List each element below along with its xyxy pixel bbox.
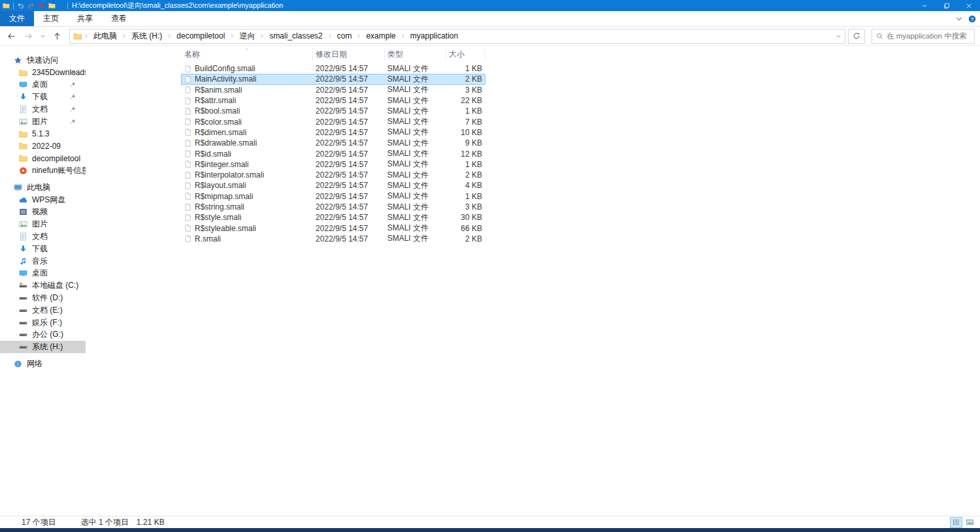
table-row[interactable]: R.smali2022/9/5 14:57SMALI 文件2 KB [181,234,485,244]
table-row[interactable]: R$styleable.smali2022/9/5 14:57SMALI 文件6… [181,223,485,233]
breadcrumb-item[interactable]: myapplication [406,29,463,43]
file-rows: BuildConfig.smali2022/9/5 14:57SMALI 文件1… [181,63,485,244]
file-name-cell: R$color.smali [182,117,313,127]
table-row[interactable]: R$integer.smali2022/9/5 14:57SMALI 文件1 K… [181,159,485,170]
close-button[interactable] [958,0,980,11]
redo-icon[interactable] [27,2,35,9]
sidebar-item-下载[interactable]: 下载 [0,91,86,103]
large-icons-view-button[interactable] [964,517,976,528]
column-header-类型[interactable]: 类型 [385,48,446,61]
sidebar-item-ninefun账号信息[interactable]: ninefun账号信息 [0,164,86,177]
sidebar-item-2345Downloads[interactable]: 2345Downloads [0,67,86,79]
breadcrumb-item[interactable]: 逆向 [235,29,259,43]
search-box[interactable] [872,29,975,44]
table-row[interactable]: R$string.smali2022/9/5 14:57SMALI 文件3 KB [181,202,485,212]
sidebar-item-图片[interactable]: 图片 [0,218,86,230]
sidebar-item-5.1.3[interactable]: 5.1.3 [0,128,86,140]
sidebar-item-label: 下载 [32,91,48,102]
table-row[interactable]: R$attr.smali2022/9/5 14:57SMALI 文件22 KB [181,95,485,106]
table-row[interactable]: R$color.smali2022/9/5 14:57SMALI 文件7 KB [181,116,485,127]
file-name: R$bool.smali [195,106,240,116]
up-button[interactable] [50,29,64,43]
up-arrow-icon [53,32,61,40]
delete-icon[interactable] [38,2,45,9]
sidebar-item-2022-09[interactable]: 2022-09 [0,140,86,153]
recent-locations-button[interactable] [38,29,47,43]
search-input[interactable] [887,32,970,40]
table-row[interactable]: BuildConfig.smali2022/9/5 14:57SMALI 文件1… [181,63,485,74]
file-type-cell: SMALI 文件 [385,148,446,159]
sidebar-item-本地磁盘 (C:)[interactable]: 本地磁盘 (C:) [0,279,86,292]
tab-查看[interactable]: 查看 [102,11,136,26]
table-row[interactable]: R$layout.smali2022/9/5 14:57SMALI 文件4 KB [181,180,485,191]
new-folder-icon[interactable] [48,2,56,9]
file-icon [184,160,191,168]
sidebar-item-娱乐 (F:)[interactable]: 娱乐 (F:) [0,317,86,329]
table-row[interactable]: R$dimen.smali2022/9/5 14:57SMALI 文件10 KB [181,127,485,138]
ribbon-collapse-chevron-icon[interactable] [955,15,963,23]
file-date-cell: 2022/9/5 14:57 [313,234,385,243]
sidebar-item-文档 (E:)[interactable]: 文档 (E:) [0,304,86,317]
breadcrumb-item[interactable]: 此电脑 [89,29,122,43]
breadcrumb-item[interactable]: smali_classes2 [265,29,327,43]
sidebar-item-label: WPS网盘 [32,195,65,206]
table-row[interactable]: MainActivity.smali2022/9/5 14:57SMALI 文件… [181,74,485,84]
column-header-名称[interactable]: 名称 [181,48,313,61]
sidebar-item-音乐[interactable]: 音乐 [0,255,86,268]
breadcrumb-item[interactable]: decompiletool [172,29,229,43]
back-button[interactable] [4,29,18,43]
tab-文件[interactable]: 文件 [0,11,34,26]
sidebar-section-网络[interactable]: 网络 [0,358,86,370]
sidebar-item-图片[interactable]: 图片 [0,116,86,128]
file-icon [184,139,191,148]
sidebar-item-文档[interactable]: 文档 [0,230,86,243]
breadcrumb-item[interactable]: example [361,29,400,43]
refresh-button[interactable] [848,29,865,44]
help-icon[interactable] [968,15,976,23]
file-icon [184,128,191,136]
column-header-大小[interactable]: 大小 [446,48,485,61]
sidebar-item-桌面[interactable]: 桌面 [0,79,86,91]
pin-icon [70,82,76,87]
column-header-修改日期[interactable]: 修改日期 [313,48,385,61]
maximize-button[interactable] [936,0,958,11]
file-type-cell: SMALI 文件 [385,138,446,149]
file-type-cell: SMALI 文件 [385,116,446,127]
forward-button[interactable] [21,29,35,43]
breadcrumb-box[interactable]: 此电脑系统 (H:)decompiletool逆向smali_classes2c… [69,29,845,44]
sidebar-item-办公 (G:)[interactable]: 办公 (G:) [0,329,86,341]
details-view-button[interactable] [950,517,962,528]
table-row[interactable]: R$id.smali2022/9/5 14:57SMALI 文件12 KB [181,148,485,159]
sidebar-item-桌面[interactable]: 桌面 [0,268,86,280]
tab-共享[interactable]: 共享 [68,11,102,26]
file-icon [184,65,191,73]
address-dropdown-button[interactable] [832,33,845,39]
table-row[interactable]: R$mipmap.smali2022/9/5 14:57SMALI 文件1 KB [181,191,485,202]
maximize-icon [943,3,950,9]
file-type-cell: SMALI 文件 [385,180,446,191]
pin-icon [70,106,76,112]
pin-icon [70,70,76,76]
file-icon [184,117,191,126]
sidebar-item-系统 (H:)[interactable]: 系统 (H:) [0,341,86,353]
table-row[interactable]: R$bool.smali2022/9/5 14:57SMALI 文件1 KB [181,106,485,116]
table-row[interactable]: R$anim.smali2022/9/5 14:57SMALI 文件3 KB [181,85,485,95]
breadcrumb-item[interactable]: com [333,29,357,43]
sidebar-item-WPS网盘[interactable]: WPS网盘 [0,194,86,206]
sidebar-item-文档[interactable]: 文档 [0,103,86,116]
sidebar-item-视频[interactable]: 视频 [0,206,86,219]
minimize-button[interactable] [913,0,936,11]
breadcrumb-item[interactable]: 系统 (H:) [127,29,167,43]
sidebar-item-下载[interactable]: 下载 [0,243,86,255]
sidebar-item-软件 (D:)[interactable]: 软件 (D:) [0,292,86,304]
table-row[interactable]: R$drawable.smali2022/9/5 14:57SMALI 文件9 … [181,138,485,148]
undo-icon[interactable] [17,2,24,9]
sidebar-section-快速访问[interactable]: 快速访问 [0,54,86,67]
table-row[interactable]: R$interpolator.smali2022/9/5 14:57SMALI … [181,170,485,180]
sidebar-gap [0,353,86,358]
sidebar-item-decompiletool[interactable]: decompiletool [0,152,86,164]
table-row[interactable]: R$style.smali2022/9/5 14:57SMALI 文件30 KB [181,212,485,223]
tab-主页[interactable]: 主页 [34,11,68,26]
qat-customize-chevron-icon[interactable] [59,3,64,8]
sidebar-section-此电脑[interactable]: 此电脑 [0,181,86,194]
